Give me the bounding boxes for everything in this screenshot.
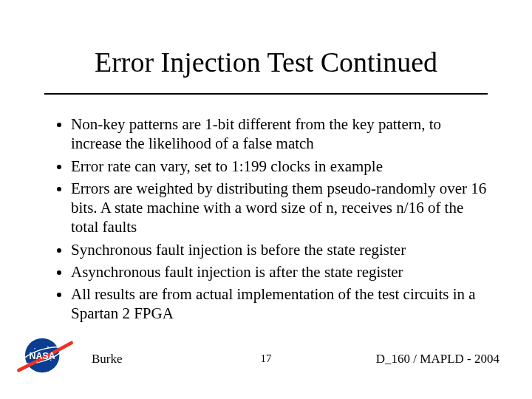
bullet-item: Errors are weighted by distributing them… (71, 179, 488, 237)
svg-point-2 (34, 348, 35, 349)
title-underline (44, 93, 488, 95)
bullet-item: All results are from actual implementati… (71, 284, 488, 324)
footer-right-label: D_160 / MAPLD - 2004 (376, 352, 499, 366)
bullet-item: Asynchronous fault injection is after th… (71, 262, 488, 282)
slide-title: Error Injection Test Continued (0, 46, 532, 78)
bullet-item: Synchronous fault injection is before th… (71, 240, 488, 259)
footer: NASA Burke 17 D_160 / MAPLD - 2004 (0, 335, 532, 387)
bullet-item: Non-key patterns are 1-bit different fro… (71, 115, 488, 154)
bullet-item: Error rate can vary, set to 1:199 clocks… (71, 157, 488, 176)
svg-point-3 (47, 347, 49, 348)
bullet-list: Non-key patterns are 1-bit different fro… (55, 115, 488, 327)
slide: Error Injection Test Continued Non-key p… (0, 0, 532, 399)
